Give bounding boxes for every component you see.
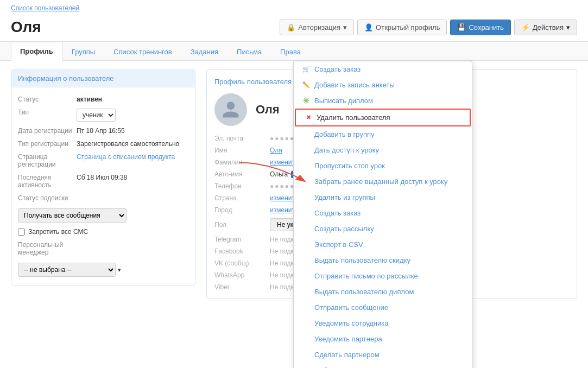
telegram-label: Telegram xyxy=(214,236,263,243)
status-row: Статус активен xyxy=(18,93,188,106)
make-partner-label: Сделать партнером xyxy=(314,351,380,359)
delete-user-item[interactable]: ✖ Удалить пользователя xyxy=(295,109,471,126)
email-label: Эл. почта xyxy=(214,135,263,142)
auth-button[interactable]: 🔒 Авторизация ▾ xyxy=(280,20,354,35)
export-csv-item[interactable]: Экспорт в CSV xyxy=(294,237,472,252)
add-survey-item[interactable]: ✏️ Добавить запись анкеты xyxy=(294,77,472,93)
user-info-panel: Информация о пользователе Статус активен… xyxy=(11,69,195,285)
lock-icon: 🔒 xyxy=(287,23,295,31)
give-lesson-access-label: Дать доступ к уроку xyxy=(314,146,379,154)
revoke-lesson-access-item[interactable]: Забрать ранее выданный доступ к уроку xyxy=(294,174,472,189)
reg-page-row: Страница регистрации Страница с описание… xyxy=(18,150,188,171)
facebook-label: Facebook xyxy=(214,248,263,255)
give-diploma-label: Выдать пользователю диплом xyxy=(314,288,414,296)
tabs-bar: Профиль Группы Список тренингов Задания … xyxy=(0,42,588,61)
tab-letters[interactable]: Письма xyxy=(227,42,271,61)
reg-type-label: Тип регистрации xyxy=(18,140,72,148)
sms-block-checkbox[interactable] xyxy=(18,229,25,236)
issue-diploma-item[interactable]: ✳️ Выписать диплом xyxy=(294,93,472,109)
tab-rights[interactable]: Права xyxy=(271,42,310,61)
user-display-name: Оля xyxy=(256,103,280,117)
export-csv-label: Экспорт в CSV xyxy=(314,240,363,249)
actions-dropdown: 🛒 Создать заказ ✏️ Добавить запись анкет… xyxy=(293,61,472,368)
create-mailing-item[interactable]: Создать рассылку xyxy=(294,221,472,237)
open-profile-button[interactable]: 👤 Открытый профиль xyxy=(357,20,447,35)
reg-type-row: Тип регистрации Зарегистровался самостоя… xyxy=(18,137,188,150)
chevron-down-icon: ▾ xyxy=(343,23,347,31)
subscription-select[interactable]: Получать все сообщения xyxy=(18,208,127,223)
send-mailing-letter-item[interactable]: Отправить письмо по рассылке xyxy=(294,268,472,284)
create-order-2-item[interactable]: Создать заказ xyxy=(294,205,472,221)
main-content: Информация о пользователе Статус активен… xyxy=(0,61,588,308)
first-name-value[interactable]: Оля xyxy=(270,147,282,154)
tab-trainings[interactable]: Список тренингов xyxy=(104,42,181,61)
last-activity-label: Последняя активность xyxy=(18,174,72,189)
subscription-label: Статус подписки xyxy=(18,194,72,202)
create-order-2-label: Создать заказ xyxy=(314,209,361,217)
cart-icon: 🛒 xyxy=(302,66,310,73)
add-survey-label: Добавить запись анкеты xyxy=(314,81,395,89)
create-order-label: Создать заказ xyxy=(314,65,361,73)
notify-employee-item[interactable]: Уведомить сотрудника xyxy=(294,315,472,331)
reg-date-value: Пт 10 Апр 16:55 xyxy=(77,127,125,135)
give-lesson-access-item[interactable]: Дать доступ к уроку xyxy=(294,142,472,158)
create-order-item[interactable]: 🛒 Создать заказ xyxy=(294,61,472,77)
close-icon: ✖ xyxy=(305,114,312,121)
viber-label: Viber xyxy=(214,283,263,291)
tab-profile[interactable]: Профиль xyxy=(11,42,62,61)
status-value: активен xyxy=(77,96,102,103)
manager-chevron: ▾ xyxy=(118,267,121,274)
save-icon: 💾 xyxy=(457,23,466,31)
sms-block-label: Запретить все СМС xyxy=(28,228,88,236)
breadcrumb-link[interactable]: Список пользователей xyxy=(0,0,588,16)
reg-page-label: Страница регистрации xyxy=(18,153,72,168)
add-to-group-item[interactable]: Добавить в группу xyxy=(294,126,472,142)
avatar xyxy=(214,93,247,126)
phone-label: Телефон xyxy=(214,182,263,190)
add-to-mailing-category-item[interactable]: Добавить в категорию рассылок xyxy=(294,363,472,368)
last-activity-value: Сб 18 Июл 09:38 xyxy=(77,174,127,181)
city-label: Город xyxy=(214,206,263,214)
give-discount-label: Выдать пользователю скидку xyxy=(314,256,410,264)
give-diploma-item[interactable]: Выдать пользователю диплом xyxy=(294,284,472,300)
country-label: Страна xyxy=(214,194,263,202)
actions-button[interactable]: ⚡ Действия ▾ xyxy=(514,20,577,35)
auto-name-label: Авто-имя xyxy=(214,170,263,178)
give-discount-item[interactable]: Выдать пользователю скидку xyxy=(294,252,472,268)
add-to-group-label: Добавить в группу xyxy=(314,130,375,138)
send-message-item[interactable]: Отправить сообщение xyxy=(294,300,472,315)
save-button[interactable]: 💾 Сохранить xyxy=(450,20,511,35)
tab-groups[interactable]: Группы xyxy=(62,42,104,61)
tab-tasks[interactable]: Задания xyxy=(181,42,227,61)
reg-date-row: Дата регистрации Пт 10 Апр 16:55 xyxy=(18,124,188,137)
user-info-title: Информация о пользователе xyxy=(11,70,195,87)
make-partner-item[interactable]: Сделать партнером xyxy=(294,347,472,363)
flash-icon: ⚡ xyxy=(521,23,530,31)
skip-stop-lesson-item[interactable]: Пропустить стоп урок xyxy=(294,158,472,174)
last-name-label: Фамилия xyxy=(214,158,263,166)
whatsapp-label: WhatsApp xyxy=(214,271,263,279)
subscription-row: Статус подписки Получать все сообщения xyxy=(18,192,188,225)
remove-from-group-item[interactable]: Удалить из группы xyxy=(294,189,472,205)
reg-date-label: Дата регистрации xyxy=(18,127,72,135)
type-label: Тип xyxy=(18,109,72,116)
header-actions: 🔒 Авторизация ▾ 👤 Открытый профиль 💾 Сох… xyxy=(280,20,577,35)
status-label: Статус xyxy=(18,96,72,103)
manager-select[interactable]: -- не выбрана -- xyxy=(18,263,116,277)
reg-type-value: Зарегистровался самостоятельно xyxy=(77,140,179,148)
notify-employee-label: Уведомить сотрудника xyxy=(314,319,389,327)
revoke-lesson-access-label: Забрать ранее выданный доступ к уроку xyxy=(314,177,447,186)
reg-page-link[interactable]: Страница с описанием продукта xyxy=(77,153,175,161)
send-message-label: Отправить сообщение xyxy=(314,303,388,312)
left-panel: Информация о пользователе Статус активен… xyxy=(11,69,195,299)
remove-from-group-label: Удалить из группы xyxy=(314,193,375,201)
delete-user-label: Удалить пользователя xyxy=(317,113,390,122)
type-select[interactable]: ученик xyxy=(77,109,116,122)
user-icon: 👤 xyxy=(364,23,373,31)
star-icon: ✳️ xyxy=(302,97,310,104)
skip-stop-lesson-label: Пропустить стоп урок xyxy=(314,162,385,170)
manager-label: Персональный менеджер xyxy=(18,241,72,256)
last-activity-row: Последняя активность Сб 18 Июл 09:38 xyxy=(18,171,188,192)
notify-partner-item[interactable]: Уведомить партнера xyxy=(294,331,472,347)
type-row: Тип ученик xyxy=(18,106,188,124)
